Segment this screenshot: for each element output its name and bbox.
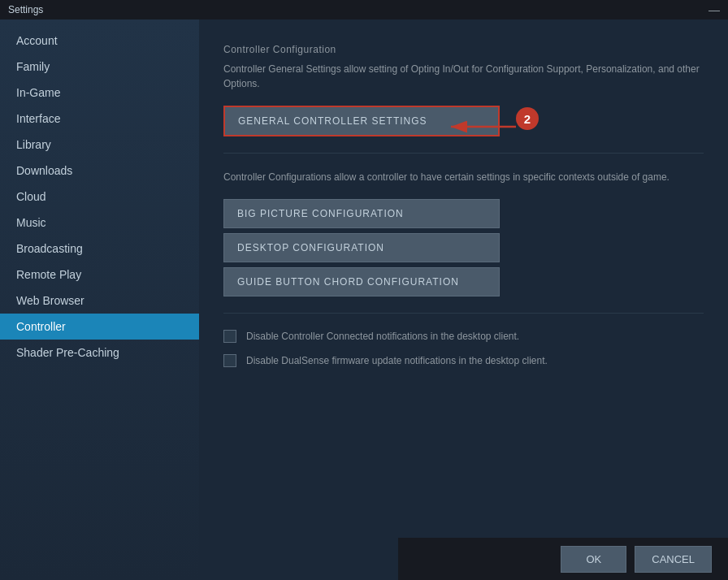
checkbox-label-2: Disable DualSense firmware update notifi… xyxy=(246,355,548,366)
badge-2: 2 xyxy=(516,107,539,130)
cancel-button[interactable]: CANCEL xyxy=(635,546,712,573)
checkbox-row-2: Disable DualSense firmware update notifi… xyxy=(223,354,704,367)
desktop-config-button[interactable]: DESKTOP CONFIGURATION xyxy=(223,233,500,262)
sidebar-item-cloud[interactable]: Cloud xyxy=(0,184,199,210)
sidebar-item-family[interactable]: Family xyxy=(0,54,199,80)
sidebar-item-library[interactable]: Library xyxy=(0,132,199,158)
sidebar-item-remoteplay[interactable]: Remote Play xyxy=(0,262,199,288)
divider xyxy=(223,153,704,154)
controller-config-title: Controller Configuration xyxy=(223,44,704,55)
main-layout: Account Family In-Game Interface Library… xyxy=(0,19,728,580)
ok-button[interactable]: OK xyxy=(561,546,626,573)
sidebar: Account Family In-Game Interface Library… xyxy=(0,19,199,580)
config-section-desc: Controller Configurations allow a contro… xyxy=(223,170,704,184)
sidebar-item-webbrowser[interactable]: Web Browser xyxy=(0,288,199,314)
sidebar-item-broadcasting[interactable]: Broadcasting xyxy=(0,236,199,262)
close-button[interactable]: — xyxy=(708,3,720,16)
sidebar-item-ingame[interactable]: In-Game xyxy=(0,80,199,106)
title-bar: Settings — xyxy=(0,0,728,19)
bottom-bar: OK CANCEL xyxy=(398,538,728,580)
sidebar-item-interface[interactable]: Interface xyxy=(0,106,199,132)
sidebar-item-music[interactable]: Music xyxy=(0,210,199,236)
content-area: Controller Configuration Controller Gene… xyxy=(199,19,728,580)
checkbox-label-1: Disable Controller Connected notificatio… xyxy=(246,331,519,342)
sidebar-item-controller[interactable]: Controller xyxy=(0,314,199,340)
sidebar-item-downloads[interactable]: Downloads xyxy=(0,158,199,184)
checkbox-dualsense-firmware[interactable] xyxy=(223,354,236,367)
divider-2 xyxy=(223,313,704,314)
checkbox-row-1: Disable Controller Connected notificatio… xyxy=(223,330,704,343)
content-inner: Controller Configuration Controller Gene… xyxy=(223,44,704,427)
sidebar-item-account[interactable]: Account xyxy=(0,28,199,54)
big-picture-config-button[interactable]: BIG PICTURE CONFIGURATION xyxy=(223,199,500,228)
sidebar-item-shaderprecaching[interactable]: Shader Pre-Caching xyxy=(0,340,199,366)
guide-button-chord-config-button[interactable]: GUIDE BUTTON CHORD CONFIGURATION xyxy=(223,267,500,296)
controller-config-desc: Controller General Settings allow settin… xyxy=(223,62,704,91)
checkbox-controller-connected[interactable] xyxy=(223,330,236,343)
general-controller-settings-button[interactable]: GENERAL CONTROLLER SETTINGS xyxy=(223,106,500,136)
window-title: Settings xyxy=(8,4,43,15)
